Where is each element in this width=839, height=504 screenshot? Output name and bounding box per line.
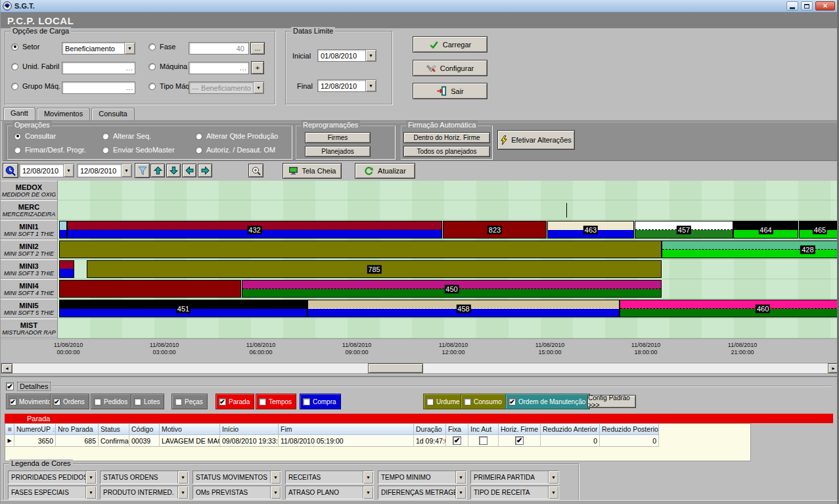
legend-select-oms-previstas[interactable]: OMs PREVISTAS▼ xyxy=(193,486,281,499)
legend-select-diferencas-metragem[interactable]: DIFERENÇAS METRAGEM▼ xyxy=(378,486,466,499)
gantt-bar-460[interactable]: 460 xyxy=(620,300,839,317)
gantt-bar-463[interactable]: 463 xyxy=(547,221,634,239)
tab-consulta[interactable]: Consulta xyxy=(91,108,134,120)
parada-col-inicio[interactable]: Início xyxy=(220,424,279,435)
gantt-date-to-combo[interactable]: 12/08/2010 ▼ xyxy=(77,164,132,177)
parada-col-numeroup[interactable]: NumeroUP△ xyxy=(14,424,56,435)
radio-alterar-qtde-producao[interactable]: Alterar Qtde Produção xyxy=(195,132,278,140)
inicial-date-combo[interactable]: 01/08/2010 ▼ xyxy=(317,49,376,62)
configurar-button[interactable]: Configurar xyxy=(413,60,488,76)
details-item-consumo[interactable]: Consumo xyxy=(461,394,507,409)
radio-alterar-seq[interactable]: Alterar Seq. xyxy=(102,132,151,140)
parada-horiz-firme-checkbox[interactable]: ✔ xyxy=(515,436,524,445)
legend-select-primeira-partida[interactable]: PRIMEIRA PARTIDA▼ xyxy=(470,470,559,484)
gantt-bar-458[interactable]: 458 xyxy=(307,300,620,317)
radio-fase[interactable]: Fase xyxy=(148,43,175,51)
details-item-parada-checkbox[interactable]: ✔ xyxy=(219,398,226,405)
legend-select-arrow-icon[interactable]: ▼ xyxy=(85,486,96,499)
details-item-pedidos-checkbox[interactable] xyxy=(94,398,101,405)
gantt-bar-457[interactable]: 457 xyxy=(635,221,733,239)
legend-select-status-ordens[interactable]: STATUS ORDENS▼ xyxy=(100,470,189,484)
gantt-bar[interactable] xyxy=(59,260,74,278)
legend-select-arrow-icon[interactable]: ▼ xyxy=(363,471,373,484)
parada-data-row[interactable]: ▶3650685Confirmada00039LAVAGEM DE MAQUIN… xyxy=(5,435,659,447)
parada-col-fim[interactable]: Fim xyxy=(279,424,414,435)
parada-inc-aut-checkbox[interactable] xyxy=(479,436,488,445)
reprog-planejados-button[interactable]: Planejados xyxy=(305,146,371,157)
gantt-bar-451[interactable]: 451 xyxy=(59,300,307,317)
legend-select-tipo-de-receita[interactable]: TIPO DE RECEITA▼ xyxy=(470,486,559,499)
legend-select-fases-especiais[interactable]: FASES ESPECIAIS▼ xyxy=(8,486,97,499)
maquina-browse-button[interactable]: ... xyxy=(240,64,247,72)
legend-select-arrow-icon[interactable]: ▼ xyxy=(177,486,188,499)
gantt-bar-785[interactable]: 785 xyxy=(87,260,662,278)
gantt-bar[interactable] xyxy=(59,280,241,298)
details-checkbox[interactable]: ✔ xyxy=(6,382,14,390)
move-up-button[interactable] xyxy=(150,164,165,177)
legend-select-arrow-icon[interactable]: ▼ xyxy=(548,471,558,484)
details-item-compra-checkbox[interactable] xyxy=(303,398,310,405)
fase-field[interactable]: 40 xyxy=(189,42,249,55)
radio-consultar[interactable]: Consultar xyxy=(14,132,56,140)
details-item-lotes[interactable]: Lotes xyxy=(131,394,164,409)
fase-browse-button[interactable]: ... xyxy=(250,42,265,55)
radio-unid-fabril[interactable]: Unid. Fabril xyxy=(11,62,59,70)
details-item-lotes-checkbox[interactable] xyxy=(134,398,141,405)
config-padrao-button[interactable]: Config Padrão >>> xyxy=(587,395,636,408)
gantt-date-to-arrow-icon[interactable]: ▼ xyxy=(121,164,131,177)
details-item-parada[interactable]: ✔Parada xyxy=(215,394,254,409)
details-item-urdume[interactable]: Urdume xyxy=(423,394,465,409)
details-toggle[interactable]: ✔ Detalhes xyxy=(6,382,51,391)
grupo-maq-browse-button[interactable]: ... xyxy=(126,84,133,91)
gantt-bar-464[interactable]: 464 xyxy=(733,221,798,239)
gantt-chart[interactable]: 432823463457464465428785450451458460 xyxy=(57,181,839,338)
gantt-bar-465[interactable]: 465 xyxy=(799,221,839,239)
gantt-bar-428[interactable]: 428 xyxy=(662,241,839,258)
details-item-ordens[interactable]: ✔Ordens xyxy=(50,394,89,409)
firmacao-dentro-do-horiz-firme-button[interactable]: Dentro do Horiz. Firme xyxy=(403,132,490,143)
gantt-bar[interactable] xyxy=(59,221,67,239)
legend-select-arrow-icon[interactable]: ▼ xyxy=(363,486,373,499)
unid-fabril-browse-button[interactable]: ... xyxy=(126,64,133,72)
scroll-right-icon[interactable]: ► xyxy=(828,363,839,373)
gantt-bar-432[interactable]: 432 xyxy=(67,221,442,239)
parada-col-reduzido-anterior[interactable]: Reduzido Anterior xyxy=(541,424,600,435)
details-item-compra[interactable]: Compra xyxy=(300,394,341,409)
details-item-movimento[interactable]: ✔Movimento xyxy=(6,394,56,409)
tela-cheia-button[interactable]: Tela Cheia xyxy=(283,163,342,179)
efetivar-alteracoes-button[interactable]: Efetivar Alterações xyxy=(497,130,575,150)
legend-select-status-movimentos[interactable]: STATUS MOVIMENTOS▼ xyxy=(193,470,281,484)
gantt-bar-823[interactable]: 823 xyxy=(443,221,547,239)
filter-button[interactable] xyxy=(135,163,150,178)
radio-firmar-desf-progr[interactable]: Firmar/Desf. Progr. xyxy=(14,146,86,154)
legend-select-arrow-icon[interactable]: ▼ xyxy=(85,471,96,484)
maximize-button[interactable] xyxy=(801,1,813,11)
radio-autoriz-desaut-om[interactable]: Autoriz. / Desaut. OM xyxy=(195,146,275,154)
legend-select-atraso-plano[interactable]: ATRASO PLANO▼ xyxy=(285,486,374,499)
gantt-horizontal-scrollbar[interactable]: ◄ ► xyxy=(1,363,839,374)
move-down-button[interactable] xyxy=(166,164,181,177)
radio-tipo-maq[interactable]: Tipo Máq. xyxy=(148,82,192,90)
atualizar-button[interactable]: Atualizar xyxy=(355,163,415,179)
maquina-add-button[interactable]: + xyxy=(251,61,264,74)
details-item-movimento-checkbox[interactable]: ✔ xyxy=(9,398,16,405)
gantt-date-from-combo[interactable]: 12/08/2010 ▼ xyxy=(19,164,74,177)
parada-fixa-checkbox[interactable]: ✔ xyxy=(453,436,461,445)
tab-movimentos[interactable]: Movimentos xyxy=(37,108,90,120)
parada-col-duracao[interactable]: Duração xyxy=(414,424,446,435)
details-item-pecas-checkbox[interactable] xyxy=(175,398,182,405)
legend-select-arrow-icon[interactable]: ▼ xyxy=(270,471,281,484)
gantt-date-from-arrow-icon[interactable]: ▼ xyxy=(63,164,74,177)
final-combo-arrow-icon[interactable]: ▼ xyxy=(365,80,376,91)
scroll-left-icon[interactable]: ◄ xyxy=(1,363,12,373)
move-right-button[interactable] xyxy=(198,164,212,177)
parada-col-fixa[interactable]: Fixa xyxy=(446,424,468,435)
legend-select-arrow-icon[interactable]: ▼ xyxy=(177,471,188,484)
parada-col-reduzido-posterior[interactable]: Reduzido Posterior xyxy=(600,424,659,435)
details-item-tempos-checkbox[interactable] xyxy=(259,398,266,405)
reprog-firmes-button[interactable]: Firmes xyxy=(305,132,371,143)
parada-col-horiz-firme[interactable]: Horiz. Firme xyxy=(499,424,541,435)
inicial-combo-arrow-icon[interactable]: ▼ xyxy=(365,50,376,61)
legend-select-receitas[interactable]: RECEITAS▼ xyxy=(285,470,374,484)
gantt-bar[interactable] xyxy=(59,241,662,258)
